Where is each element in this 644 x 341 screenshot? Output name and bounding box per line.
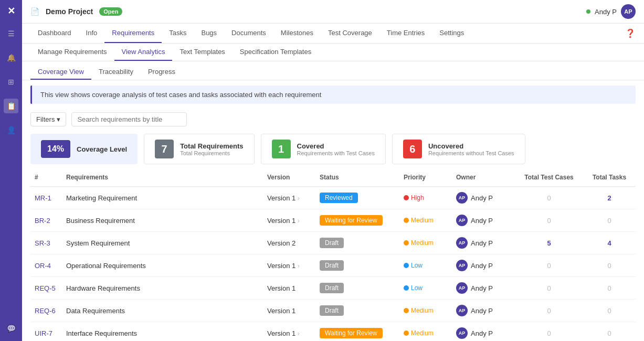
owner-name: Andy P (471, 217, 493, 225)
sub-nav-text-templates[interactable]: Text Templates (172, 44, 232, 61)
table-row: REQ-5 Hardware Requirements Version 1 Dr… (30, 277, 636, 300)
req-id-cell: REQ-6 (30, 300, 62, 322)
req-priority-cell: Medium (399, 209, 452, 232)
req-status-cell: Draft (315, 232, 399, 254)
nav-tab-requirements[interactable]: Requirements (104, 24, 162, 43)
search-input[interactable] (71, 112, 187, 126)
priority-dot-icon (404, 195, 409, 200)
sidebar-users-icon[interactable]: 👤 (4, 123, 18, 137)
sub-nav-analytics[interactable]: View Analytics (114, 44, 173, 61)
col-header-status: Status (315, 168, 399, 187)
nav-tab-info[interactable]: Info (79, 24, 105, 43)
req-owner-cell: AP Andy P (452, 322, 515, 342)
req-version-cell: Version 1 › (263, 187, 315, 209)
user-avatar[interactable]: AP (621, 4, 636, 19)
req-status-cell: Waiting for Review (315, 322, 399, 342)
top-header: 📄 Demo Project Open Andy P AP (22, 0, 644, 24)
req-id-link[interactable]: MR-1 (35, 194, 51, 202)
nav-tab-time-entries[interactable]: Time Entries (379, 24, 432, 43)
sidebar-notifications-icon[interactable]: 🔔 (4, 50, 18, 65)
table-row: SR-3 System Requirement Version 2 Draft … (30, 232, 636, 254)
nav-tab-dashboard[interactable]: Dashboard (30, 24, 79, 43)
priority-label: Medium (404, 239, 448, 247)
help-icon[interactable]: ❓ (625, 28, 636, 38)
priority-label: Medium (404, 217, 448, 224)
chevron-icon: › (298, 262, 300, 270)
owner-name: Andy P (471, 239, 493, 247)
nav-tab-documents[interactable]: Documents (224, 24, 273, 43)
nav-tab-test-coverage[interactable]: Test Coverage (321, 24, 379, 43)
user-name: Andy P (595, 8, 617, 16)
coverage-percentage: 14% (41, 140, 70, 158)
test-cases-count: 0 (547, 284, 551, 292)
status-badge: Waiting for Review (320, 328, 383, 338)
user-online-dot (586, 9, 590, 14)
req-priority-cell: Low (399, 277, 452, 300)
nav-tab-settings[interactable]: Settings (432, 24, 471, 43)
owner-name: Andy P (471, 262, 493, 270)
req-status-cell: Waiting for Review (315, 209, 399, 232)
covered-card: 1 Covered Requirements with Test Cases (261, 134, 386, 164)
req-status-cell: Reviewed (315, 187, 399, 209)
filters-button[interactable]: Filters ▾ (30, 112, 66, 126)
priority-label: High (404, 194, 448, 201)
status-badge: Waiting for Review (320, 215, 383, 226)
total-requirements-sub: Total Requirements (180, 150, 243, 156)
req-version-cell: Version 1 (263, 300, 315, 322)
view-tab-traceability[interactable]: Traceability (91, 65, 141, 80)
uncovered-number: 6 (403, 140, 422, 158)
table-row: OR-4 Operational Requirements Version 1 … (30, 254, 636, 277)
tasks-count: 4 (607, 239, 611, 247)
req-id-link[interactable]: UIR-7 (35, 329, 52, 337)
total-requirements-title: Total Requirements (180, 142, 243, 150)
view-tab-progress[interactable]: Progress (141, 65, 183, 80)
req-priority-cell: Medium (399, 300, 452, 322)
req-id-link[interactable]: REQ-5 (35, 284, 56, 292)
info-banner: This view shows coverage analysis of tes… (30, 86, 636, 104)
sub-nav-manage[interactable]: Manage Requirements (30, 44, 114, 61)
coverage-level-card: 14% Coverage Level (30, 134, 138, 164)
req-id-cell: OR-4 (30, 254, 62, 277)
col-header-version: Version (263, 168, 315, 187)
sidebar-menu-icon[interactable]: ☰ (4, 26, 18, 41)
req-id-link[interactable]: OR-4 (35, 262, 51, 270)
app-logo[interactable]: ✕ (7, 5, 15, 17)
req-id-cell: UIR-7 (30, 322, 62, 342)
sidebar-requirements-icon[interactable]: 📋 (4, 99, 18, 113)
sub-nav-spec-templates[interactable]: Specification Templates (233, 44, 319, 61)
uncovered-sub: Requirements without Test Cases (428, 150, 514, 156)
req-owner-cell: AP Andy P (452, 300, 515, 322)
test-cases-count: 0 (547, 329, 551, 337)
stats-row: 14% Coverage Level 7 Total Requirements … (22, 130, 644, 168)
nav-tab-bugs[interactable]: Bugs (194, 24, 224, 43)
table-row: MR-1 Marketing Requirement Version 1 › R… (30, 187, 636, 209)
tasks-count: 0 (607, 262, 611, 270)
req-id-cell: BR-2 (30, 209, 62, 232)
col-header-test-cases: Total Test Cases (515, 168, 583, 187)
uncovered-title: Uncovered (428, 142, 514, 150)
nav-tab-tasks[interactable]: Tasks (162, 24, 194, 43)
project-name: Demo Project (46, 7, 93, 16)
owner-name: Andy P (471, 284, 493, 292)
covered-title: Covered (297, 142, 375, 150)
nav-tab-milestones[interactable]: Milestones (273, 24, 321, 43)
user-info: Andy P AP (586, 4, 636, 19)
sidebar-chat-icon[interactable]: 💬 (4, 321, 18, 336)
req-priority-cell: Medium (399, 322, 452, 342)
test-cases-count: 0 (547, 194, 551, 202)
tasks-count: 0 (607, 329, 611, 337)
priority-label: Medium (404, 329, 448, 337)
filters-label: Filters (36, 115, 55, 123)
req-tasks-cell: 0 (583, 254, 636, 277)
view-tabs: Coverage View Traceability Progress (22, 61, 644, 80)
sidebar-grid-icon[interactable]: ⊞ (4, 74, 18, 89)
col-header-priority: Priority (399, 168, 452, 187)
view-tab-coverage[interactable]: Coverage View (30, 65, 91, 80)
req-id-link[interactable]: SR-3 (35, 239, 50, 247)
req-id-link[interactable]: BR-2 (35, 217, 50, 225)
col-header-requirements: Requirements (62, 168, 263, 187)
req-id-cell: REQ-5 (30, 277, 62, 300)
col-header-hash: # (30, 168, 62, 187)
req-id-link[interactable]: REQ-6 (35, 307, 56, 315)
priority-dot-icon (404, 240, 409, 246)
